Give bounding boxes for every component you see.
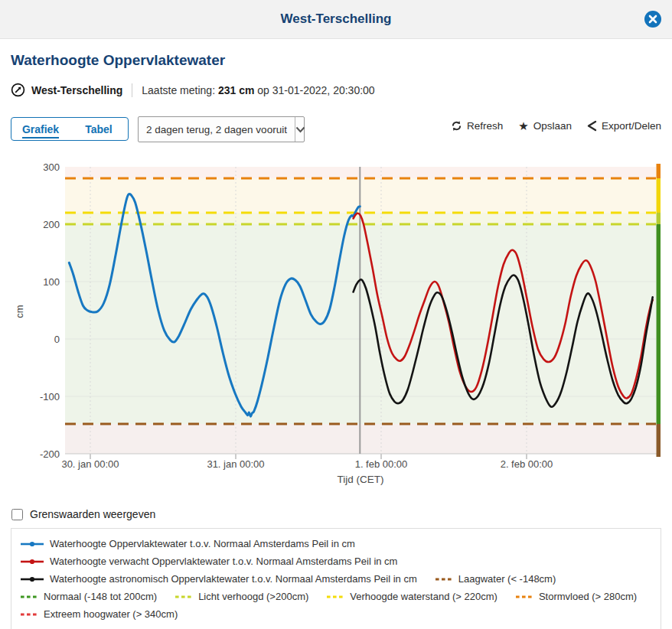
share-icon (587, 120, 597, 132)
legend-label: Waterhoogte astronomisch Oppervlaktewate… (50, 573, 417, 585)
tab-label: Tabel (85, 123, 113, 137)
legend-row: Normaal (-148 tot 200cm)Licht verhoogd (… (21, 588, 651, 605)
opslaan-button[interactable]: ★Opslaan (518, 120, 572, 132)
legend-item: Waterhoogte verwacht Oppervlaktewater t.… (21, 556, 397, 567)
tab-label: Grafiek (22, 123, 59, 139)
legend-line-swatch (21, 558, 44, 565)
y-axis-title: cm (14, 305, 25, 318)
legend-label: Licht verhoogd (>200cm) (198, 591, 308, 602)
legend-dash-swatch (21, 593, 38, 601)
range-select[interactable]: 2 dagen terug, 2 dagen vooruit (138, 116, 305, 142)
star-icon: ★ (518, 120, 528, 132)
station-name: West-Terschelling (31, 84, 122, 96)
legend-item: Licht verhoogd (>200cm) (175, 591, 308, 602)
y-tick-label: 0 (54, 334, 60, 345)
chart-legend: Waterhoogte Oppervlaktewater t.o.v. Norm… (11, 528, 661, 629)
legend-label: Verhoogde waterstand (> 220cm) (350, 591, 497, 602)
legend-label: Waterhoogte Oppervlaktewater t.o.v. Norm… (50, 538, 355, 549)
legend-label: Stormvloed (> 280cm) (539, 591, 637, 602)
thresholds-checkbox-label: Grenswaarden weergeven (30, 508, 155, 520)
legend-item: Waterhoogte Oppervlaktewater t.o.v. Norm… (21, 538, 355, 549)
legend-row: Waterhoogte astronomisch Oppervlaktewate… (21, 570, 651, 588)
tab-group: GrafiekTabel (11, 117, 129, 141)
legend-row: Waterhoogte Oppervlaktewater t.o.v. Norm… (21, 535, 651, 552)
legend-item: Stormvloed (> 280cm) (516, 591, 637, 602)
legend-item: Laagwater (< -148cm) (435, 573, 556, 585)
legend-label: Laagwater (< -148cm) (458, 573, 556, 585)
controls-bar: GrafiekTabel 2 dagen terug, 2 dagen voor… (11, 116, 661, 144)
legend-label: Extreem hoogwater (> 340cm) (44, 608, 178, 620)
x-tick-label: 31. jan 00:00 (207, 458, 264, 470)
divider (132, 83, 132, 97)
action-label: Export/Delen (602, 120, 661, 132)
last-measurement-value: 231 cm (218, 84, 254, 96)
chevron-down-icon (295, 117, 305, 142)
x-axis-title: Tijd (CET) (338, 474, 384, 485)
last-measurement-time: op 31-01-2022, 20:30:00 (257, 84, 374, 96)
legend-dash-swatch (175, 593, 192, 601)
action-label: Refresh (467, 120, 503, 132)
legend-dash-swatch (516, 593, 533, 601)
legend-dash-swatch (435, 575, 452, 583)
refresh-button[interactable]: Refresh (451, 120, 503, 132)
refresh-icon (451, 120, 462, 132)
station-row: West-Terschelling Laatste meting: 231 cm… (11, 83, 375, 97)
legend-label: Normaal (-148 tot 200cm) (44, 591, 157, 602)
thresholds-checkbox[interactable] (11, 509, 23, 520)
compass-icon (11, 83, 25, 97)
action-buttons: Refresh★OpslaanExport/Delen (451, 120, 661, 132)
status-bar-segment (657, 424, 661, 457)
last-measurement: Laatste meting: 231 cm op 31-01-2022, 20… (142, 84, 374, 96)
legend-item: Verhoogde waterstand (> 220cm) (327, 591, 497, 602)
range-select-value: 2 dagen terug, 2 dagen vooruit (139, 124, 295, 135)
export-button[interactable]: Export/Delen (587, 120, 661, 132)
legend-row: Extreem hoogwater (> 340cm) (21, 605, 651, 623)
x-tick-label: 2. feb 00:00 (501, 458, 553, 470)
status-bar-segment (657, 178, 661, 213)
action-label: Opslaan (533, 120, 572, 132)
modal-title: West-Terschelling (0, 0, 672, 38)
tab-tabel[interactable]: Tabel (70, 118, 128, 140)
status-bar-segment (657, 164, 661, 178)
x-tick-label: 30. jan 00:00 (61, 458, 119, 470)
legend-line-swatch (21, 575, 44, 583)
page-title: Waterhoogte Oppervlaktewater (11, 52, 225, 69)
y-tick-label: 200 (43, 219, 60, 230)
y-tick-label: 100 (43, 276, 60, 288)
close-icon (644, 11, 661, 28)
status-bar-segment (657, 224, 661, 424)
last-measurement-label: Laatste meting: (142, 84, 215, 96)
legend-item: Extreem hoogwater (> 340cm) (21, 608, 178, 620)
legend-dash-swatch (327, 593, 344, 601)
y-tick-label: -200 (40, 448, 60, 460)
close-button[interactable] (644, 11, 661, 28)
water-level-chart: 30. jan 00:0031. jan 00:001. feb 00:002.… (0, 157, 672, 490)
legend-label: Waterhoogte verwacht Oppervlaktewater t.… (50, 556, 397, 567)
y-tick-label: -100 (40, 391, 60, 402)
legend-item: Normaal (-148 tot 200cm) (21, 591, 157, 602)
modal-header: West-Terschelling (0, 0, 672, 39)
thresholds-toggle-row: Grenswaarden weergeven (11, 508, 155, 520)
tab-grafiek[interactable]: Grafiek (11, 118, 70, 140)
legend-line-swatch (21, 540, 44, 548)
x-tick-label: 1. feb 00:00 (355, 458, 408, 470)
legend-dash-swatch (21, 611, 38, 618)
legend-item: Waterhoogte astronomisch Oppervlaktewate… (21, 573, 417, 585)
y-tick-label: 300 (43, 161, 60, 173)
status-bar-segment (657, 213, 661, 224)
legend-row: Waterhoogte verwacht Oppervlaktewater t.… (21, 552, 651, 570)
